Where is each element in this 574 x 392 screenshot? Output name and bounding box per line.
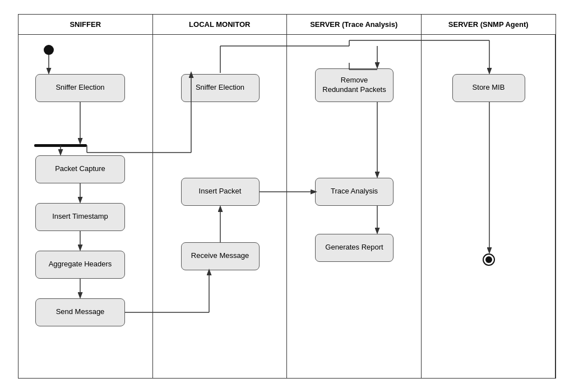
box-send-message: Send Message bbox=[35, 298, 125, 326]
box-store-mib: Store MIB bbox=[452, 74, 525, 102]
lane-local: Sniffer Election Insert Packet Receive M… bbox=[153, 35, 288, 378]
box-trace-analysis: Trace Analysis bbox=[315, 178, 394, 206]
box-insert-timestamp: Insert Timestamp bbox=[35, 203, 125, 231]
box-aggregate-headers: Aggregate Headers bbox=[35, 251, 125, 279]
box-sniffer-election-1: Sniffer Election bbox=[35, 74, 125, 102]
header-sniffer: SNIFFER bbox=[18, 15, 153, 34]
lane-server-ta: RemoveRedundant Packets Trace Analysis G… bbox=[287, 35, 422, 378]
header-server-ta: SERVER (Trace Analysis) bbox=[287, 15, 422, 34]
fork-bar bbox=[34, 144, 87, 147]
start-node bbox=[44, 45, 54, 55]
lane-sniffer: Sniffer Election Packet Capture Insert T… bbox=[18, 35, 153, 378]
header-local: LOCAL MONITOR bbox=[153, 15, 288, 34]
box-generates-report: Generates Report bbox=[315, 234, 394, 262]
header-server-snmp: SERVER (SNMP Agent) bbox=[422, 15, 556, 34]
lane-server-snmp: Store MIB bbox=[422, 35, 556, 378]
swimlane-headers: SNIFFER LOCAL MONITOR SERVER (Trace Anal… bbox=[18, 15, 556, 35]
diagram-container: SNIFFER LOCAL MONITOR SERVER (Trace Anal… bbox=[18, 14, 556, 379]
box-sniffer-election-2: Sniffer Election bbox=[181, 74, 260, 102]
end-node bbox=[483, 253, 495, 266]
box-insert-packet: Insert Packet bbox=[181, 178, 260, 206]
box-remove-redundant: RemoveRedundant Packets bbox=[315, 68, 394, 102]
box-receive-message: Receive Message bbox=[181, 242, 260, 270]
box-packet-capture: Packet Capture bbox=[35, 155, 125, 183]
end-node-inner bbox=[485, 256, 492, 263]
swimlane-body: Sniffer Election Packet Capture Insert T… bbox=[18, 35, 556, 378]
